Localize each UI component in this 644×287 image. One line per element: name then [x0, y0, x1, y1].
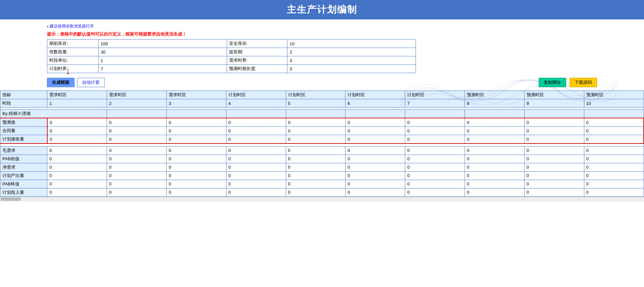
data-jihua-touru-6[interactable]: 0	[345, 188, 405, 196]
data-pab-final-2[interactable]: 0	[107, 180, 167, 188]
input-qichukaicun[interactable]	[101, 41, 225, 46]
data-jingxuqiu-8[interactable]: 0	[465, 163, 524, 171]
data-jingxuqiu-9[interactable]: 0	[524, 163, 584, 171]
value-jihuashijie[interactable]	[99, 65, 227, 73]
data-jihua-jieshou-8[interactable]: 0	[465, 135, 524, 144]
value-yuceshiqichangdu[interactable]	[287, 65, 416, 73]
data-jihua-touru-9[interactable]: 0	[524, 188, 584, 196]
data-jingxuqiu-3[interactable]: 0	[166, 163, 226, 171]
data-jihua-chanchu-5[interactable]: 0	[286, 171, 345, 180]
data-pab-final-1[interactable]: 0	[47, 180, 107, 188]
value-qichukaicun[interactable]	[99, 40, 227, 48]
scrollbar-area[interactable]	[0, 197, 644, 202]
data-jingxuqiu-10[interactable]: 0	[584, 163, 644, 171]
auto-calc-button[interactable]: 自动计算	[77, 78, 105, 87]
data-jihua-chanchu-4[interactable]: 0	[226, 171, 286, 180]
data-pab-initial-10[interactable]: 0	[584, 155, 644, 163]
input-beishupiliang[interactable]	[101, 50, 225, 55]
data-pab-initial-8[interactable]: 0	[465, 155, 524, 163]
data-jihua-jieshou-4[interactable]: 0	[226, 135, 286, 144]
data-jihua-chanchu-1[interactable]: 0	[47, 171, 107, 180]
data-yuce-7[interactable]: 0	[405, 118, 465, 127]
data-jihua-jieshou-2[interactable]: 0	[107, 135, 167, 144]
data-hetong-9[interactable]: 0	[524, 127, 584, 135]
data-jihua-chanchu-8[interactable]: 0	[465, 171, 524, 180]
data-yuce-1[interactable]: 0	[47, 118, 107, 127]
data-jihua-jieshou-6[interactable]: 0	[345, 135, 405, 144]
data-pab-final-7[interactable]: 0	[405, 180, 465, 188]
value-beishupiliang[interactable]	[99, 48, 227, 56]
data-hetong-8[interactable]: 0	[465, 127, 524, 135]
input-tiqianqi[interactable]	[289, 50, 414, 55]
copy-url-button[interactable]: 复制网址	[539, 78, 566, 87]
data-pab-final-5[interactable]: 0	[286, 180, 345, 188]
data-maoxuqiu-2[interactable]: 0	[107, 146, 167, 155]
data-jihua-touru-1[interactable]: 0	[47, 188, 107, 196]
data-jihua-jieshou-9[interactable]: 0	[524, 135, 584, 144]
data-jihua-touru-5[interactable]: 0	[286, 188, 345, 196]
data-maoxuqiu-4[interactable]: 0	[226, 146, 286, 155]
data-jingxuqiu-6[interactable]: 0	[345, 163, 405, 171]
input-xuqiushijie[interactable]	[289, 58, 414, 63]
data-yuce-9[interactable]: 0	[524, 118, 584, 127]
data-pab-initial-2[interactable]: 0	[107, 155, 167, 163]
data-hetong-4[interactable]: 0	[226, 127, 286, 135]
data-maoxuqiu-7[interactable]: 0	[405, 146, 465, 155]
data-jihua-touru-8[interactable]: 0	[465, 188, 524, 196]
data-yuce-5[interactable]: 0	[286, 118, 345, 127]
data-maoxuqiu-6[interactable]: 0	[345, 146, 405, 155]
data-jihua-jieshou-7[interactable]: 0	[405, 135, 465, 144]
value-tiqianqi[interactable]	[287, 48, 416, 56]
data-jihua-chanchu-7[interactable]: 0	[405, 171, 465, 180]
data-jihua-touru-3[interactable]: 0	[166, 188, 226, 196]
data-hetong-5[interactable]: 0	[286, 127, 345, 135]
data-yuce-8[interactable]: 0	[465, 118, 524, 127]
data-yuce-3[interactable]: 0	[166, 118, 226, 127]
value-anquankaicun[interactable]	[287, 40, 416, 48]
data-jingxuqiu-4[interactable]: 0	[226, 163, 286, 171]
data-hetong-3[interactable]: 0	[166, 127, 226, 135]
data-jihua-jieshou-10[interactable]: 0	[584, 135, 644, 144]
data-maoxuqiu-9[interactable]: 0	[524, 146, 584, 155]
data-pab-initial-1[interactable]: 0	[47, 155, 107, 163]
input-jihuashijie[interactable]	[101, 66, 225, 71]
data-yuce-2[interactable]: 0	[107, 118, 167, 127]
data-jingxuqiu-7[interactable]: 0	[405, 163, 465, 171]
data-jihua-touru-10[interactable]: 0	[584, 188, 644, 196]
data-pab-final-9[interactable]: 0	[524, 180, 584, 188]
data-pab-final-10[interactable]: 0	[584, 180, 644, 188]
data-pab-final-6[interactable]: 0	[345, 180, 405, 188]
data-pab-initial-3[interactable]: 0	[166, 155, 226, 163]
data-jingxuqiu-5[interactable]: 0	[286, 163, 345, 171]
value-shidandanwei[interactable]	[99, 56, 227, 65]
data-pab-final-8[interactable]: 0	[465, 180, 524, 188]
input-anquankaicun[interactable]	[289, 41, 414, 46]
download-button[interactable]: 下载源码	[570, 78, 597, 87]
input-yuceshiqichangdu[interactable]	[289, 66, 414, 71]
data-maoxuqiu-10[interactable]: 0	[584, 146, 644, 155]
data-maoxuqiu-3[interactable]: 0	[166, 146, 226, 155]
data-pab-final-4[interactable]: 0	[226, 180, 286, 188]
data-jihua-touru-2[interactable]: 0	[107, 188, 167, 196]
data-yuce-6[interactable]: 0	[345, 118, 405, 127]
data-pab-final-3[interactable]: 0	[166, 180, 226, 188]
data-jihua-jieshou-5[interactable]: 0	[286, 135, 345, 144]
data-yuce-10[interactable]: 0	[584, 118, 644, 127]
data-pab-initial-7[interactable]: 0	[405, 155, 465, 163]
data-jihua-touru-7[interactable]: 0	[405, 188, 465, 196]
data-jihua-jieshou-1[interactable]: 0	[47, 135, 107, 144]
data-maoxuqiu-8[interactable]: 0	[465, 146, 524, 155]
data-jihua-chanchu-10[interactable]: 0	[584, 171, 644, 180]
input-shidandanwei[interactable]	[101, 58, 225, 63]
generate-button[interactable]: 生成框架	[47, 78, 74, 87]
data-jihua-touru-4[interactable]: 0	[226, 188, 286, 196]
data-jihua-chanchu-6[interactable]: 0	[345, 171, 405, 180]
data-pab-initial-5[interactable]: 0	[286, 155, 345, 163]
data-maoxuqiu-1[interactable]: 0	[47, 146, 107, 155]
data-hetong-1[interactable]: 0	[47, 127, 107, 135]
data-pab-initial-4[interactable]: 0	[226, 155, 286, 163]
data-jihua-chanchu-9[interactable]: 0	[524, 171, 584, 180]
value-xuqiushijie[interactable]	[287, 56, 416, 65]
data-jihua-chanchu-3[interactable]: 0	[166, 171, 226, 180]
data-pab-initial-9[interactable]: 0	[524, 155, 584, 163]
